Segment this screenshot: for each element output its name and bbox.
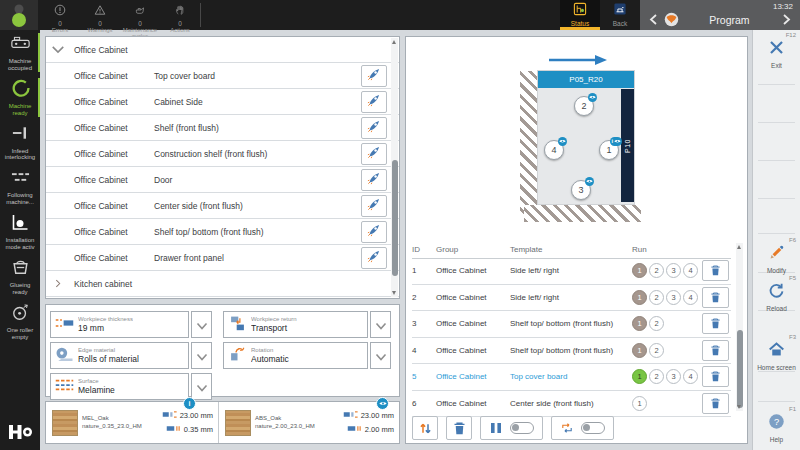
list-scroll-thumb[interactable] bbox=[392, 160, 398, 277]
edge-program-right[interactable]: P10 bbox=[621, 89, 634, 202]
start-template-button[interactable] bbox=[361, 221, 387, 243]
template-row[interactable]: Office CabinetCenter side (front flush) bbox=[46, 193, 399, 219]
run-table-row[interactable]: 4Office CabinetShelf top/ bottom (front … bbox=[412, 338, 731, 365]
fkey-exit[interactable]: F12Exit bbox=[753, 32, 800, 69]
edge-program-top[interactable]: P05_R20 bbox=[538, 71, 634, 88]
delete-row-button[interactable] bbox=[702, 393, 729, 414]
setting-field[interactable]: Workpiece returnTransport bbox=[223, 311, 368, 338]
globe-avatar-icon[interactable] bbox=[664, 12, 679, 27]
run-table-row[interactable]: 1Office CabinetSide left/ right1234 bbox=[412, 258, 731, 285]
run-circle-done[interactable]: 1 bbox=[632, 290, 647, 305]
run-table-row[interactable]: 2Office CabinetSide left/ right1234 bbox=[412, 285, 731, 312]
fkey-home-screen[interactable]: F3Home screen bbox=[753, 334, 800, 371]
setting-dropdown-button[interactable] bbox=[191, 373, 212, 400]
template-row[interactable]: Office CabinetCabinet Side bbox=[46, 89, 399, 115]
eye-badge-icon[interactable] bbox=[588, 93, 597, 102]
counter-errors[interactable]: 0Errors bbox=[40, 0, 80, 30]
run-circle-active[interactable]: 1 bbox=[632, 369, 647, 384]
template-row[interactable]: Office CabinetTop cover board bbox=[46, 63, 399, 89]
counter-actions[interactable]: 0Actions bbox=[160, 0, 200, 30]
status-button[interactable]: Status bbox=[560, 0, 600, 30]
run-circle-open[interactable]: 2 bbox=[649, 343, 664, 358]
group-row-office-cabinet[interactable]: Office Cabinet bbox=[46, 37, 399, 63]
list-scrollbar[interactable] bbox=[391, 38, 398, 297]
table-scroll-thumb[interactable] bbox=[737, 330, 743, 407]
info-badge-icon[interactable]: i bbox=[183, 397, 196, 410]
run-circle-open[interactable]: 2 bbox=[649, 369, 664, 384]
nav-prev-icon[interactable] bbox=[646, 14, 660, 25]
group-row-kitchen-cabinet[interactable]: Kitchen cabinet bbox=[46, 271, 399, 297]
table-scrollbar[interactable] bbox=[736, 243, 743, 411]
run-circle-done[interactable]: 1 bbox=[632, 263, 647, 278]
setting-dropdown-button[interactable] bbox=[191, 342, 212, 369]
material-values: 23.00 mm0.35 mm bbox=[162, 410, 213, 435]
eye-badge-icon[interactable] bbox=[558, 137, 567, 146]
eye-badge-icon[interactable] bbox=[585, 177, 594, 186]
run-table-row[interactable]: 6Office CabinetCenter side (front flush)… bbox=[412, 391, 731, 418]
back-button[interactable]: Back bbox=[600, 0, 640, 30]
template-row[interactable]: Office CabinetDrawer front panel bbox=[46, 245, 399, 271]
run-circle-open[interactable]: 4 bbox=[683, 290, 698, 305]
run-circle-done[interactable]: 1 bbox=[632, 343, 647, 358]
pause-toggle[interactable] bbox=[510, 422, 534, 434]
counter-warnings[interactable]: 0Warnings bbox=[80, 0, 120, 30]
table-scroll-up-icon[interactable] bbox=[737, 245, 741, 249]
workpiece-position-2[interactable]: 2 bbox=[574, 96, 594, 116]
setting-field[interactable]: RotationAutomatic bbox=[223, 342, 368, 369]
nav-next-icon[interactable] bbox=[780, 14, 794, 25]
scroll-down-icon[interactable] bbox=[392, 291, 396, 295]
run-circle-open[interactable]: 4 bbox=[683, 369, 698, 384]
setting-field[interactable]: SurfaceMelamine bbox=[50, 373, 189, 400]
setting-field[interactable]: Edge materialRolls of material bbox=[50, 342, 189, 369]
workpiece-position-4[interactable]: 4 bbox=[544, 140, 564, 160]
run-circle-open[interactable]: 3 bbox=[666, 369, 681, 384]
delete-row-button[interactable] bbox=[702, 366, 729, 387]
setting-field[interactable]: Workpiece thickness19 mm bbox=[50, 311, 189, 338]
start-template-button[interactable] bbox=[361, 195, 387, 217]
delete-row-button[interactable] bbox=[702, 287, 729, 308]
run-circle-open[interactable]: 2 bbox=[649, 316, 664, 331]
start-template-button[interactable] bbox=[361, 117, 387, 139]
template-row[interactable]: Office CabinetDoor bbox=[46, 167, 399, 193]
start-template-button[interactable] bbox=[361, 247, 387, 269]
template-row[interactable]: Office CabinetShelf top/ bottom (front f… bbox=[46, 219, 399, 245]
run-circle-open[interactable]: 3 bbox=[666, 263, 681, 278]
loop-toggle[interactable] bbox=[581, 422, 605, 434]
material-card[interactable]: ABS_Oak nature_2.00_23.0_HM23.00 mm2.00 … bbox=[219, 402, 399, 443]
run-circle-open[interactable]: 1 bbox=[632, 396, 647, 411]
fkey-modify[interactable]: F6Modify bbox=[753, 237, 800, 274]
eye-badge-icon[interactable] bbox=[376, 397, 389, 410]
delete-row-button[interactable] bbox=[702, 340, 729, 361]
sort-button[interactable] bbox=[412, 416, 438, 440]
run-circle-done[interactable]: 1 bbox=[632, 316, 647, 331]
delete-button[interactable] bbox=[446, 416, 472, 440]
start-template-button[interactable] bbox=[361, 91, 387, 113]
run-circle-open[interactable]: 4 bbox=[683, 263, 698, 278]
start-template-button[interactable] bbox=[361, 65, 387, 87]
scroll-up-icon[interactable] bbox=[392, 40, 396, 44]
fkey-help[interactable]: F1?Help bbox=[753, 406, 800, 443]
workpiece-position-1[interactable]: 1i bbox=[599, 140, 619, 160]
run-table-row[interactable]: 3Office CabinetShelf top/ bottom (front … bbox=[412, 311, 731, 338]
template-row[interactable]: Office CabinetShelf (front flush) bbox=[46, 115, 399, 141]
run-panel: P05_R20 P10 241i3 ID Group Template Run … bbox=[405, 36, 748, 444]
info-eye-badge-icon[interactable]: i bbox=[610, 137, 622, 146]
template-row[interactable]: Office CabinetConstruction shelf (front … bbox=[46, 141, 399, 167]
fkey-reload[interactable]: F5Reload bbox=[753, 275, 800, 312]
workpiece-position-3[interactable]: 3 bbox=[571, 180, 591, 200]
start-template-button[interactable] bbox=[361, 169, 387, 191]
setting-dropdown-button[interactable] bbox=[370, 342, 391, 369]
run-table-row[interactable]: 5Office CabinetTop cover board1234 bbox=[412, 364, 731, 391]
counter-maintenance-cycles[interactable]: 0Maintenance cycles bbox=[120, 0, 160, 30]
delete-row-button[interactable] bbox=[702, 313, 729, 334]
setting-dropdown-button[interactable] bbox=[191, 311, 212, 338]
run-circle-open[interactable]: 2 bbox=[649, 263, 664, 278]
delete-row-button[interactable] bbox=[702, 260, 729, 281]
material-card[interactable]: MEL_Oak nature_0.35_23.0_HM23.00 mm0.35 … bbox=[46, 402, 219, 443]
start-template-button[interactable] bbox=[361, 143, 387, 165]
run-circle-open[interactable]: 3 bbox=[666, 290, 681, 305]
user-avatar[interactable] bbox=[0, 0, 38, 30]
table-scroll-down-icon[interactable] bbox=[737, 405, 741, 409]
setting-dropdown-button[interactable] bbox=[370, 311, 391, 338]
run-circle-open[interactable]: 2 bbox=[649, 290, 664, 305]
